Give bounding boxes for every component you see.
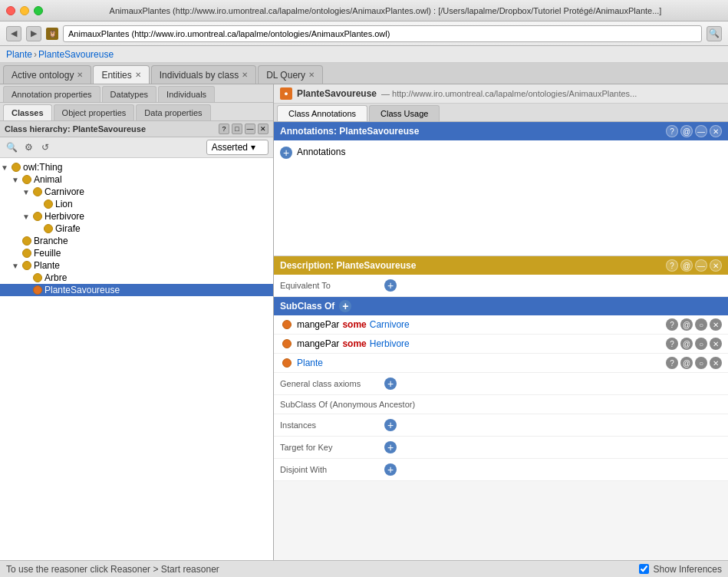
tab-close-icon[interactable]: ✕ <box>77 71 83 79</box>
refresh-icon[interactable]: ↺ <box>38 140 52 154</box>
plante-link[interactable]: Plante <box>297 358 323 368</box>
hierarchy-ctrl-3[interactable]: — <box>245 124 255 134</box>
tab-close-icon[interactable]: ✕ <box>308 71 315 79</box>
back-button[interactable]: ◀ <box>6 26 21 41</box>
tree-item-carnivore[interactable]: ▼ Carnivore <box>0 186 273 198</box>
tree-item-lion[interactable]: ▶ Lion <box>0 198 273 210</box>
item1-at-btn[interactable]: @ <box>680 318 693 331</box>
tab-data-properties[interactable]: Data properties <box>136 104 210 120</box>
tab-class-annotations[interactable]: Class Annotations <box>277 105 367 121</box>
annotations-at-btn[interactable]: @ <box>680 125 693 137</box>
tree-item-branche[interactable]: ▶ Branche <box>0 235 273 247</box>
equivalent-to-label: Equivalent To <box>280 281 380 290</box>
tree-item-owlthing[interactable]: ▼ owl:Thing <box>0 161 273 173</box>
hierarchy-ctrl-1[interactable]: ? <box>219 124 229 134</box>
tree-item-plantesavoureuse[interactable]: ▶ PlanteSavoureuse <box>0 284 273 296</box>
tree-item-animal[interactable]: ▼ Animal <box>0 173 273 186</box>
tab-object-properties[interactable]: Object properties <box>54 104 135 120</box>
tree-toggle[interactable]: ▼ <box>21 212 31 221</box>
hierarchy-ctrl-2[interactable]: □ <box>232 124 242 134</box>
show-inferences-checkbox[interactable] <box>639 564 649 574</box>
desc-help-btn[interactable]: ? <box>666 259 678 272</box>
search-icon[interactable]: 🔍 <box>707 26 722 41</box>
tab-dl-query[interactable]: DL Query ✕ <box>258 65 323 84</box>
tree-label: Lion <box>55 199 73 209</box>
maximize-button[interactable] <box>34 6 43 15</box>
equivalent-to-add-button[interactable]: + <box>384 279 397 292</box>
tab-label: Entities <box>101 70 131 81</box>
item2-del-btn[interactable]: ✕ <box>710 338 722 350</box>
carnivore-link[interactable]: Carnivore <box>370 319 410 330</box>
tab-active-ontology[interactable]: Active ontology ✕ <box>3 65 91 84</box>
desc-at-btn[interactable]: @ <box>680 259 693 272</box>
tab-entities[interactable]: Entities ✕ <box>93 65 149 84</box>
tree-toggle[interactable]: ▼ <box>11 261 20 270</box>
disjoint-with-add-button[interactable]: + <box>384 463 397 476</box>
desc-close-btn[interactable]: ✕ <box>710 259 722 272</box>
tab-classes[interactable]: Classes <box>3 104 52 120</box>
target-for-key-row: Target for Key + <box>274 437 728 459</box>
item3-help-btn[interactable]: ? <box>666 357 678 369</box>
item3-at-btn[interactable]: @ <box>680 357 693 369</box>
subclass-of-add-button[interactable]: + <box>339 300 351 312</box>
tab-datatypes[interactable]: Datatypes <box>102 86 157 102</box>
hierarchy-controls: ? □ — ✕ <box>219 124 268 134</box>
tab-label: Active ontology <box>12 70 74 81</box>
target-for-key-add-button[interactable]: + <box>384 441 397 453</box>
item-dot <box>282 339 292 348</box>
mangepar-label-1: mangePar <box>297 319 339 330</box>
breadcrumb-item[interactable]: Plante <box>6 49 32 60</box>
item2-at-btn[interactable]: @ <box>680 338 693 350</box>
tree-container[interactable]: ▼ owl:Thing ▼ Animal ▼ Carnivore <box>0 158 273 560</box>
item3-del-btn[interactable]: ✕ <box>710 357 722 369</box>
instances-row: Instances + <box>274 414 728 437</box>
herbivore-link[interactable]: Herbivore <box>370 338 410 349</box>
asserted-dropdown[interactable]: Asserted ▾ <box>206 140 268 155</box>
tab-annotation-properties[interactable]: Annotation properties <box>3 86 100 102</box>
item2-help-btn[interactable]: ? <box>666 338 678 350</box>
tab-close-icon[interactable]: ✕ <box>242 71 248 79</box>
description-section: Description: PlanteSavoureuse ? @ — ✕ Eq… <box>274 256 728 560</box>
tree-item-feuille[interactable]: ▶ Feuille <box>0 247 273 259</box>
tree-toggle[interactable]: ▼ <box>0 163 9 172</box>
search-icon[interactable]: 🔍 <box>5 140 18 154</box>
tab-label: Individuals by class <box>160 70 239 81</box>
annotations-min-btn[interactable]: — <box>695 125 707 137</box>
minimize-button[interactable] <box>20 6 29 15</box>
item1-help-btn[interactable]: ? <box>666 318 678 331</box>
some-keyword-1: some <box>342 319 366 330</box>
tree-dot <box>33 212 42 221</box>
item3-edit-btn[interactable]: ○ <box>695 357 707 369</box>
tree-toggle[interactable]: ▼ <box>11 175 20 184</box>
tree-dot <box>33 273 42 282</box>
annotations-add-button[interactable]: + <box>280 147 292 159</box>
tree-item-arbre[interactable]: ▶ Arbre <box>0 272 273 284</box>
hierarchy-ctrl-4[interactable]: ✕ <box>258 124 268 134</box>
tab-individuals[interactable]: Individuals <box>158 86 215 102</box>
breadcrumb-item-current[interactable]: PlanteSavoureuse <box>38 49 114 60</box>
tab-individuals-by-class[interactable]: Individuals by class ✕ <box>151 65 256 84</box>
tree-item-girafe[interactable]: ▶ Girafe <box>0 223 273 235</box>
item1-del-btn[interactable]: ✕ <box>710 318 722 331</box>
address-input[interactable] <box>63 25 702 42</box>
tab-class-usage[interactable]: Class Usage <box>369 105 440 121</box>
tree-item-herbivore[interactable]: ▼ Herbivore <box>0 210 273 223</box>
close-button[interactable] <box>6 6 15 15</box>
instances-add-button[interactable]: + <box>384 419 397 431</box>
traffic-lights <box>6 6 43 15</box>
some-keyword-2: some <box>342 338 366 349</box>
forward-button[interactable]: ▶ <box>26 26 41 41</box>
equivalent-to-row: Equivalent To + <box>274 275 728 297</box>
desc-min-btn[interactable]: — <box>695 259 707 272</box>
settings-icon[interactable]: ⚙ <box>21 140 35 154</box>
annotations-help-btn[interactable]: ? <box>666 125 678 137</box>
annotations-close-btn[interactable]: ✕ <box>710 125 722 137</box>
item1-edit-btn[interactable]: ○ <box>695 318 707 331</box>
sub-tabs-row2: Classes Object properties Data propertie… <box>0 103 273 121</box>
general-class-axioms-add-button[interactable]: + <box>384 378 397 390</box>
tree-item-plante[interactable]: ▼ Plante <box>0 259 273 272</box>
tab-close-icon[interactable]: ✕ <box>135 71 141 79</box>
tree-toggle[interactable]: ▼ <box>21 187 31 196</box>
item2-edit-btn[interactable]: ○ <box>695 338 707 350</box>
right-tabs: Class Annotations Class Usage <box>274 104 728 122</box>
